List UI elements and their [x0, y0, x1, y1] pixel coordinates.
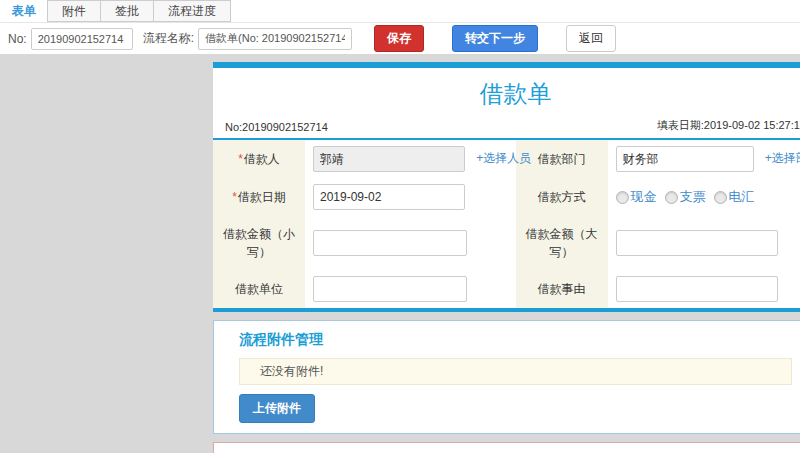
save-button[interactable]: 保存: [374, 25, 424, 52]
top-toolbar: No: 流程名称: 保存 转交下一步 返回: [0, 23, 800, 55]
radio-cheque[interactable]: 支票: [665, 188, 706, 206]
page-background: 借款单 No:20190902152714 填表日期:2019-09-02 15…: [0, 54, 800, 453]
radio-wire[interactable]: 电汇: [714, 188, 755, 206]
loan-method-label: 借款方式: [516, 178, 608, 216]
no-label: No:: [8, 32, 27, 46]
no-attachment-message: 还没有附件!: [239, 358, 792, 385]
approval-panel: 流程签批意见 B I abc: [213, 442, 800, 453]
content-area: 借款单 No:20190902152714 填表日期:2019-09-02 15…: [213, 62, 800, 453]
department-field[interactable]: [616, 146, 754, 172]
loan-form-table: *借款人 +选择人员 借款部门 +选择部门: [213, 140, 800, 308]
borrower-field[interactable]: [313, 146, 465, 172]
form-meta-row: No:20190902152714 填表日期:2019-09-02 15:27:…: [213, 118, 800, 140]
next-step-button[interactable]: 转交下一步: [452, 25, 538, 52]
tab-form[interactable]: 表单: [0, 0, 48, 22]
unit-label: 借款单位: [213, 270, 305, 308]
tab-attachments[interactable]: 附件: [47, 0, 101, 22]
tab-approval[interactable]: 签批: [100, 0, 154, 22]
loan-date-label: *借款日期: [213, 178, 305, 216]
table-row: *借款日期 借款方式 现金: [213, 178, 800, 216]
process-name-input[interactable]: [198, 28, 352, 50]
loan-form-panel: 借款单 No:20190902152714 填表日期:2019-09-02 15…: [213, 62, 800, 312]
radio-circle-icon: [616, 191, 629, 204]
table-row: 借款金额（小写） 借款金额（大写）: [213, 216, 800, 270]
process-name-label: 流程名称:: [143, 30, 194, 47]
select-person-link[interactable]: +选择人员: [476, 151, 531, 165]
loan-method-radio-group: 现金 支票 电汇: [616, 188, 800, 206]
amount-lower-label: 借款金额（小写）: [213, 216, 305, 270]
radio-cash[interactable]: 现金: [616, 188, 657, 206]
attachment-panel-title: 流程附件管理: [239, 331, 792, 349]
attachment-panel: 流程附件管理 还没有附件! 上传附件: [213, 320, 800, 434]
amount-upper-label: 借款金额（大写）: [516, 216, 608, 270]
loan-date-field[interactable]: [313, 184, 465, 210]
amount-lower-field[interactable]: [313, 230, 467, 256]
reason-label: 借款事由: [516, 270, 608, 308]
unit-field[interactable]: [313, 276, 467, 302]
upload-attachment-button[interactable]: 上传附件: [239, 394, 315, 423]
table-row: *借款人 +选择人员 借款部门 +选择部门: [213, 140, 800, 178]
required-marker: *: [232, 190, 237, 204]
borrower-label: *借款人: [213, 140, 305, 178]
back-button[interactable]: 返回: [566, 25, 616, 52]
no-input[interactable]: [31, 28, 133, 50]
radio-circle-icon: [714, 191, 727, 204]
select-department-link[interactable]: +选择部门: [765, 151, 800, 165]
tab-progress[interactable]: 流程进度: [153, 0, 231, 22]
radio-circle-icon: [665, 191, 678, 204]
table-row: 借款单位 借款事由: [213, 270, 800, 308]
required-marker: *: [238, 152, 243, 166]
reason-field[interactable]: [616, 276, 778, 302]
amount-upper-field[interactable]: [616, 230, 778, 256]
form-date-text: 填表日期:2019-09-02 15:27:14: [657, 118, 800, 133]
tab-bar: 表单 附件 签批 流程进度: [0, 0, 800, 23]
form-no-text: No:20190902152714: [225, 121, 328, 133]
form-title: 借款单: [213, 68, 800, 118]
